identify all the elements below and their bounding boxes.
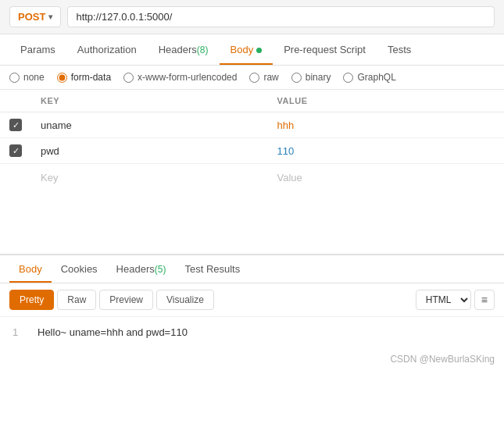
response-tab-bar: Body Cookies Headers(5) Test Results <box>0 255 504 283</box>
body-active-dot <box>256 48 262 53</box>
key-cell-2[interactable]: pwd <box>31 138 268 164</box>
method-label: POST <box>18 11 45 23</box>
resp-tab-cookies[interactable]: Cookies <box>52 255 107 283</box>
format-select-group: HTML JSON Text XML ≡ <box>416 290 495 310</box>
resp-tab-test-results[interactable]: Test Results <box>175 255 249 283</box>
value-cell-1[interactable]: hhh <box>268 112 504 138</box>
tab-authorization[interactable]: Authorization <box>66 34 148 65</box>
kv-header-row: KEY VALUE <box>0 90 504 112</box>
radio-form-data[interactable]: form-data <box>57 72 111 83</box>
tab-prerequest[interactable]: Pre-request Script <box>273 34 377 65</box>
checkbox-col-header <box>0 90 31 112</box>
wrap-icon: ≡ <box>481 294 488 306</box>
type-select[interactable]: HTML JSON Text XML <box>416 290 471 310</box>
format-preview-btn[interactable]: Preview <box>99 290 153 310</box>
checkbox-cell-1[interactable]: ✓ <box>0 112 31 138</box>
line-content-1: Hello~ uname=hhh and pwd=110 <box>38 326 188 338</box>
checkbox-2[interactable]: ✓ <box>9 144 22 157</box>
checkbox-1[interactable]: ✓ <box>9 119 22 131</box>
format-visualize-btn[interactable]: Visualize <box>156 290 214 310</box>
url-bar: POST ▾ <box>0 0 504 34</box>
watermark: CSDN @NewBurlaSKing <box>0 347 504 371</box>
resp-tab-body[interactable]: Body <box>9 255 52 283</box>
line-number-1: 1 <box>13 326 25 338</box>
kv-table: KEY VALUE ✓ uname hhh ✓ pwd 110 Key Valu… <box>0 90 504 191</box>
body-type-bar: none form-data x-www-form-urlencoded raw… <box>0 66 504 90</box>
resp-tab-headers[interactable]: Headers(5) <box>107 255 176 283</box>
response-line-1: 1 Hello~ uname=hhh and pwd=110 <box>13 326 491 338</box>
format-raw-btn[interactable]: Raw <box>57 290 96 310</box>
response-body: 1 Hello~ uname=hhh and pwd=110 <box>0 317 504 347</box>
radio-none[interactable]: none <box>9 72 45 83</box>
value-col-header: VALUE <box>268 90 504 112</box>
format-bar: Pretty Raw Preview Visualize HTML JSON T… <box>0 283 504 317</box>
method-arrow: ▾ <box>48 12 52 21</box>
key-col-header: KEY <box>31 90 268 112</box>
key-placeholder[interactable]: Key <box>31 164 268 192</box>
radio-graphql[interactable]: GraphQL <box>343 72 395 83</box>
headers-badge: (8) <box>197 45 209 55</box>
value-placeholder[interactable]: Value <box>268 164 504 192</box>
radio-urlencoded[interactable]: x-www-form-urlencoded <box>123 72 237 83</box>
radio-binary[interactable]: binary <box>291 72 331 83</box>
checkbox-cell-2[interactable]: ✓ <box>0 138 31 164</box>
table-row: ✓ uname hhh <box>0 112 504 138</box>
format-pretty-btn[interactable]: Pretty <box>9 290 54 310</box>
tab-body[interactable]: Body <box>220 34 273 65</box>
table-row: ✓ pwd 110 <box>0 138 504 164</box>
tab-headers[interactable]: Headers(8) <box>148 34 220 65</box>
resp-headers-badge: (5) <box>155 264 166 275</box>
key-cell-1[interactable]: uname <box>31 112 268 138</box>
main-tab-bar: Params Authorization Headers(8) Body Pre… <box>0 34 504 66</box>
tab-params[interactable]: Params <box>9 34 66 65</box>
empty-space <box>0 191 504 254</box>
value-cell-2[interactable]: 110 <box>268 138 504 164</box>
tab-tests[interactable]: Tests <box>377 34 422 65</box>
url-input[interactable] <box>67 6 495 27</box>
method-select[interactable]: POST ▾ <box>9 6 61 27</box>
wrap-icon-btn[interactable]: ≡ <box>474 290 495 310</box>
radio-raw[interactable]: raw <box>249 72 278 83</box>
kv-placeholder-row: Key Value <box>0 164 504 192</box>
